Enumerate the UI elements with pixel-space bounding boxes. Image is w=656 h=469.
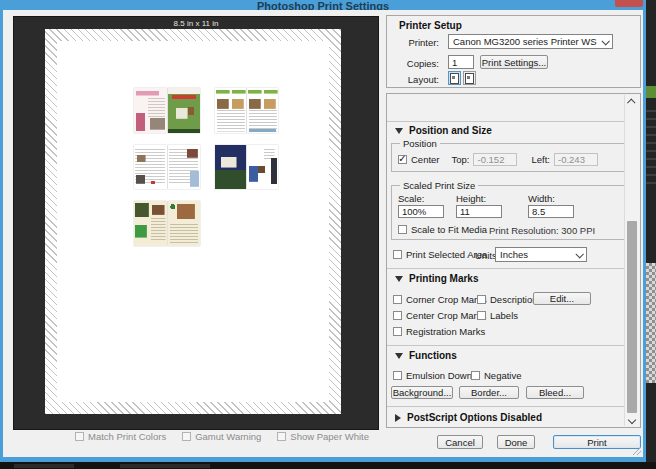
checkbox-box [182,432,191,441]
expand-triangle-icon [395,414,401,422]
emulsion-down-checkbox[interactable]: Emulsion Down [393,370,472,381]
description-label: Description [490,294,538,305]
checkbox-box [393,295,402,304]
transparency-checkerboard [646,263,656,383]
checkbox-box [393,327,402,336]
desktop-background-right [646,0,656,469]
corner-crop-marks-checkbox[interactable]: Corner Crop Marks [393,294,487,305]
preview-thumbnail-spread-4 [215,145,278,189]
layout-portrait-button[interactable] [448,71,461,85]
preview-thumbnail-spread-5 [134,201,200,246]
units-select[interactable]: Inches [495,247,587,262]
width-label: Width: [528,193,555,204]
position-row: ✓ Center Top: Left: [398,153,598,166]
registration-marks-checkbox[interactable]: Registration Marks [393,326,485,337]
checkbox-box [393,371,402,380]
section-title: Position and Size [409,125,492,136]
width-input[interactable] [528,205,574,218]
check-icon: ✓ [398,155,406,162]
print-resolution-text: Print Resolution: 300 PPI [489,225,595,236]
checkbox-box [477,295,486,304]
magazine-page-image [215,145,246,189]
height-input[interactable] [456,205,502,218]
magazine-page-image [247,88,278,133]
description-checkbox[interactable]: Description [477,294,538,305]
scale-input[interactable] [398,205,444,218]
print-button[interactable]: Print [553,435,641,449]
section-header-position-and-size[interactable]: Position and Size [395,125,492,136]
section-title: Printing Marks [409,273,478,284]
copies-label: Copies: [387,58,439,69]
window-titlebar[interactable]: Photoshop Print Settings [0,0,646,10]
section-header-printing-marks[interactable]: Printing Marks [395,273,478,284]
print-selected-area-checkbox[interactable]: Print Selected Area [393,249,487,260]
scale-to-fit-media-checkbox[interactable]: Scale to Fit Media [398,224,487,235]
desktop-background-bottom [0,462,656,469]
copies-input[interactable] [448,55,474,69]
magazine-page-image [168,145,201,189]
magazine-page-image [168,201,201,246]
center-crop-marks-checkbox[interactable]: Center Crop Marks [393,310,486,321]
match-print-colors-label: Match Print Colors [88,431,166,442]
print-settings-button[interactable]: Print Settings... [480,55,548,69]
gamut-warning-label: Gamut Warning [195,431,261,442]
gamut-warning-checkbox: Gamut Warning [182,431,261,442]
section-separator [387,268,627,269]
top-label: Top: [452,154,470,165]
scaled-print-size-group: Scaled Print Size Scale: Height: Width: … [391,185,625,240]
checkbox-box [75,432,84,441]
paper-size-label: 8.5 in x 11 in [14,19,378,28]
cancel-button[interactable]: Cancel [437,435,483,449]
labels-checkbox[interactable]: Labels [477,310,518,321]
print-settings-window: Photoshop Print Settings 8.5 in x 11 in [0,0,646,462]
collapse-triangle-icon [395,276,403,282]
scrollbar-thumb[interactable] [627,221,637,413]
chevron-up-icon [627,98,635,106]
edit-description-button[interactable]: Edit... [533,292,591,305]
collapse-triangle-icon [395,353,403,359]
magazine-page-image [168,88,201,133]
desktop-fragment [646,104,656,188]
left-label: Left: [531,154,550,165]
show-paper-white-checkbox: Show Paper White [277,431,369,442]
checkbox-box: ✓ [398,155,407,164]
top-input [473,153,517,166]
magazine-page-image [134,145,167,189]
section-header-postscript-options[interactable]: PostScript Options Disabled [395,412,542,423]
preview-paper[interactable] [45,29,341,414]
printer-select[interactable]: Canon MG3200 series Printer WS [448,34,613,49]
scaled-print-size-title: Scaled Print Size [400,180,478,191]
magazine-page-image [134,88,167,133]
border-button[interactable]: Border... [459,386,519,399]
scrollbar-down-button[interactable] [625,413,639,426]
negative-checkbox[interactable]: Negative [471,370,522,381]
chevron-down-icon [628,415,636,423]
section-title: PostScript Options Disabled [407,412,542,423]
left-input [554,153,598,166]
emulsion-down-label: Emulsion Down [406,370,472,381]
chevron-down-icon [601,37,609,45]
background-button[interactable]: Background... [391,386,453,399]
scrollbar-up-button[interactable] [625,95,639,108]
collapse-triangle-icon [395,128,403,134]
height-label: Height: [456,193,486,204]
layout-landscape-button[interactable] [463,71,476,85]
layout-landscape-icon [465,73,474,84]
checkbox-box [393,250,402,259]
section-separator [387,121,627,122]
desktop-fragment [120,464,210,468]
section-title: Functions [409,350,457,361]
checkbox-box [393,311,402,320]
preview-thumbnail-spread-2 [215,88,278,133]
scale-to-fit-media-label: Scale to Fit Media [411,224,487,235]
options-scrollbar[interactable] [624,95,639,426]
bleed-button[interactable]: Bleed... [526,386,584,399]
print-preview-panel: 8.5 in x 11 in [13,16,379,430]
scale-label: Scale: [398,193,424,204]
close-button[interactable] [615,0,643,7]
magazine-page-image [134,201,167,246]
section-header-functions[interactable]: Functions [395,350,457,361]
center-checkbox[interactable]: ✓ Center [398,154,440,165]
done-button[interactable]: Done [497,435,535,449]
printer-setup-group: Printer Setup Printer: Canon MG3200 seri… [386,15,641,88]
